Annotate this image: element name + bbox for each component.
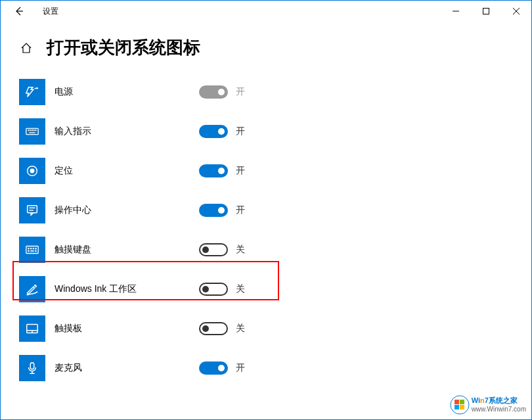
touchpad-icon [19,315,45,342]
svg-rect-35 [460,405,464,409]
toggle-power [199,85,228,99]
back-button[interactable] [9,1,30,22]
ink-icon [19,276,45,302]
toggle-state-label: 关 [236,323,245,335]
setting-label: 电源 [55,86,199,98]
watermark: Win7系统之家 www.Winwin7.com [449,394,526,415]
setting-row-windows-ink: Windows Ink 工作区 关 [19,269,531,309]
window-controls [441,1,531,22]
keyboard-icon [19,118,45,145]
home-icon [20,42,32,54]
toggle-location[interactable] [199,164,228,177]
setting-label: Windows Ink 工作区 [55,283,199,295]
toggle-state-label: 开 [236,86,245,98]
toggle-action-center[interactable] [199,204,228,217]
watermark-logo-icon [449,394,470,415]
svg-point-9 [33,130,34,131]
toggle-microphone[interactable] [199,362,228,375]
power-icon [19,79,45,105]
maximize-icon [483,8,489,14]
minimize-button[interactable] [441,1,471,22]
setting-label: 定位 [55,165,199,177]
svg-rect-33 [460,400,464,404]
setting-row-touchpad: 触摸板 关 [19,309,531,348]
toggle-state-label: 开 [236,126,245,137]
svg-rect-17 [26,246,38,254]
setting-label: 操作中心 [55,204,199,216]
setting-label: 触摸板 [55,323,199,335]
svg-point-6 [28,130,29,131]
maximize-button[interactable] [471,1,501,22]
setting-row-input-indicator: 输入指示 开 [19,112,531,151]
setting-row-action-center: 操作中心 开 [19,191,531,230]
close-button[interactable] [501,1,531,22]
titlebar: 设置 [1,1,531,22]
svg-point-22 [28,250,29,251]
minimize-icon [453,8,459,14]
setting-row-power: 电源 开 [19,72,531,112]
svg-point-13 [30,169,34,173]
window-title: 设置 [43,6,58,17]
touch-keyboard-icon [19,237,45,263]
toggle-state-label: 开 [236,204,245,216]
svg-rect-32 [454,400,459,404]
toggle-state-label: 关 [236,283,245,295]
svg-rect-5 [26,128,38,134]
toggle-touch-keyboard[interactable] [199,243,228,256]
watermark-url: www.Winwin7.com [472,406,526,413]
setting-label: 输入指示 [55,126,199,137]
page-header: 打开或关闭系统图标 [1,22,531,66]
setting-row-microphone: 麦克风 开 [19,348,531,388]
svg-rect-2 [483,9,489,14]
toggle-state-label: 开 [236,362,245,374]
svg-point-8 [32,130,33,131]
settings-list: 电源 开 输入指示 开 定位 开 操作中心 [1,66,531,388]
back-arrow-icon [14,6,24,16]
svg-point-24 [35,250,36,251]
home-button[interactable] [19,41,33,55]
svg-rect-14 [28,206,37,213]
svg-point-10 [35,130,36,131]
mic-icon [19,355,45,381]
setting-label: 麦克风 [55,362,199,374]
setting-row-touch-keyboard: 触摸键盘 关 [19,230,531,269]
setting-row-location: 定位 开 [19,151,531,191]
svg-point-18 [28,248,29,249]
svg-rect-34 [454,405,459,409]
svg-rect-28 [30,363,34,369]
toggle-state-label: 关 [236,244,245,256]
watermark-brand: Win7系统之家 [472,396,526,405]
close-icon [513,8,520,14]
svg-point-21 [35,248,36,249]
action-center-icon [19,197,45,223]
toggle-touchpad[interactable] [199,322,228,335]
svg-point-7 [30,130,31,131]
toggle-state-label: 开 [236,165,245,177]
svg-point-19 [31,248,32,249]
page-title: 打开或关闭系统图标 [47,36,200,59]
toggle-windows-ink[interactable] [199,283,228,296]
toggle-input-indicator[interactable] [199,125,228,138]
svg-point-20 [33,248,33,249]
location-icon [19,158,45,184]
setting-label: 触摸键盘 [55,244,199,256]
